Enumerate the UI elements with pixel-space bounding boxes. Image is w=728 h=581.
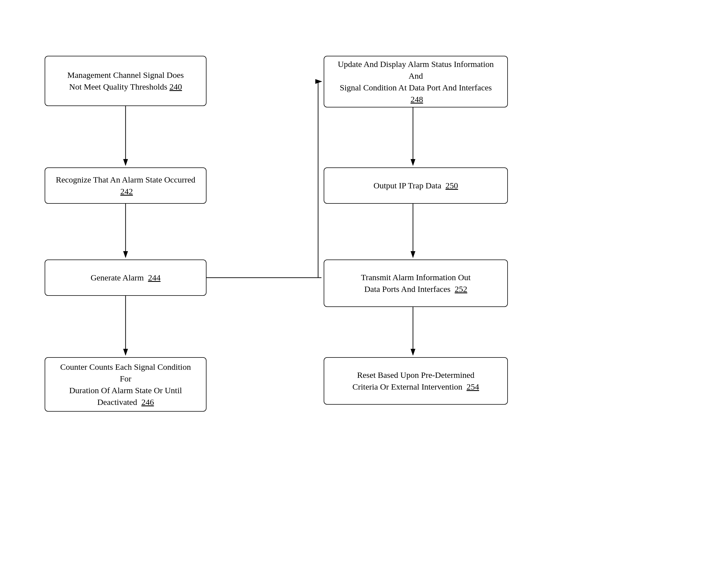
box-254-number: 254: [467, 382, 479, 391]
diagram-container: Management Channel Signal DoesNot Meet Q…: [22, 22, 706, 566]
box-246: Counter Counts Each Signal Condition For…: [45, 357, 207, 412]
box-252: Transmit Alarm Information OutData Ports…: [324, 260, 508, 307]
box-254: Reset Based Upon Pre-DeterminedCriteria …: [324, 357, 508, 405]
box-246-text: Counter Counts Each Signal Condition For…: [54, 361, 198, 408]
box-248-text: Update And Display Alarm Status Informat…: [333, 58, 499, 105]
box-240-number: 240: [170, 82, 182, 91]
box-240-text: Management Channel Signal DoesNot Meet Q…: [67, 69, 184, 93]
box-252-number: 252: [455, 284, 467, 294]
box-244-number: 244: [148, 273, 160, 282]
box-246-number: 246: [141, 397, 154, 406]
box-254-text: Reset Based Upon Pre-DeterminedCriteria …: [353, 369, 479, 393]
box-248-number: 248: [411, 95, 423, 104]
box-242-text: Recognize That An Alarm State Occurred 2…: [54, 174, 198, 197]
box-242: Recognize That An Alarm State Occurred 2…: [45, 167, 207, 204]
box-244-text: Generate Alarm 244: [91, 272, 161, 284]
box-250-text: Output IP Trap Data 250: [373, 180, 458, 191]
box-252-text: Transmit Alarm Information OutData Ports…: [361, 271, 470, 295]
box-250-number: 250: [446, 181, 458, 190]
box-248: Update And Display Alarm Status Informat…: [324, 56, 508, 107]
box-240: Management Channel Signal DoesNot Meet Q…: [45, 56, 207, 106]
box-244: Generate Alarm 244: [45, 260, 207, 296]
box-250: Output IP Trap Data 250: [324, 167, 508, 204]
box-242-number: 242: [120, 187, 133, 196]
